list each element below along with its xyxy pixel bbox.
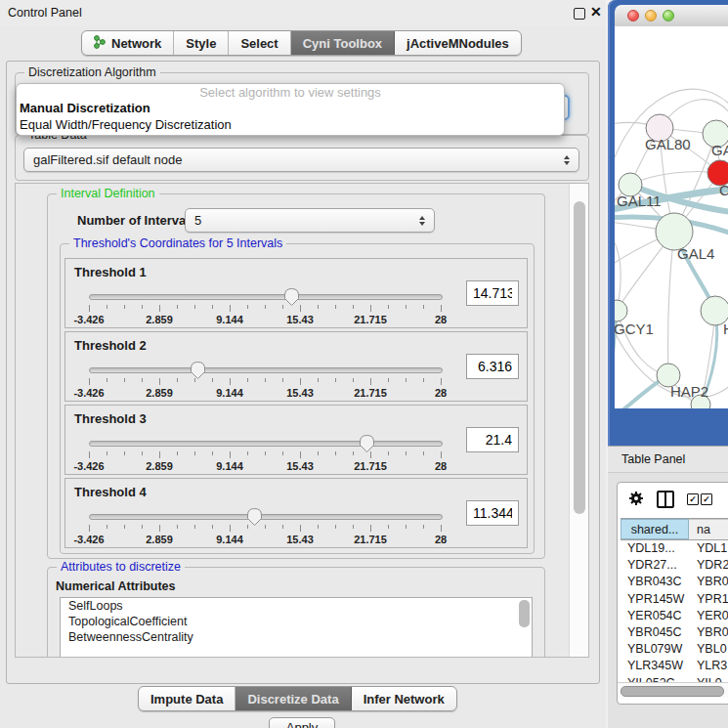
threshold-slider[interactable]: -3.4262.8599.14415.4321.71528: [89, 506, 441, 547]
node-label-h: H: [723, 321, 728, 337]
slider-ticks: [89, 525, 441, 533]
threshold-slider[interactable]: -3.4262.8599.14415.4321.71528: [89, 286, 441, 327]
threshold-panel-3: Threshold 3-3.4262.8599.14415.4321.71528: [64, 405, 528, 475]
settings-scrollbar-track: [569, 184, 588, 657]
numerical-attributes-heading: Numerical Attributes: [56, 579, 175, 593]
tab-impute-data-label: Impute Data: [150, 692, 223, 707]
threshold-panel-4: Threshold 4-3.4262.8599.14415.4321.71528: [64, 478, 528, 548]
close-traffic-light[interactable]: [627, 10, 639, 21]
cyni-bottom-tabs: Impute Data Discretize Data Infer Networ…: [138, 686, 457, 711]
node-gcy1[interactable]: [615, 300, 627, 321]
table-row[interactable]: YBL079WYBL0: [621, 641, 728, 658]
number-of-intervals-label: Number of Intervals: [77, 213, 196, 228]
cell-shared-name: YLR345W: [621, 658, 689, 674]
attributes-list-scrollbar[interactable]: [519, 600, 530, 627]
columns-icon[interactable]: [657, 491, 674, 508]
threshold-panel-2: Threshold 2-3.4262.8599.14415.4321.71528: [64, 331, 528, 402]
tab-discretize-data[interactable]: Discretize Data: [236, 687, 351, 710]
table-data-combobox[interactable]: galFiltered.sif default node: [23, 148, 579, 172]
threshold-label: Threshold 2: [74, 338, 147, 353]
number-of-intervals-combobox[interactable]: 5: [185, 208, 435, 233]
apply-button[interactable]: Apply: [269, 717, 335, 728]
horizontal-scrollbar-thumb[interactable]: [621, 686, 724, 697]
node-label-c: C: [719, 182, 728, 198]
tab-select-label: Select: [240, 36, 278, 51]
vertical-scrollbar-thumb[interactable]: [574, 201, 585, 514]
slider-thumb[interactable]: [190, 361, 206, 380]
table-rows: YDL19...YDL1YDR27...YDR2YBR043CYBR0YPR14…: [621, 540, 728, 692]
slider-track[interactable]: [89, 514, 443, 520]
table-row[interactable]: YLR345WYLR3: [621, 658, 728, 674]
attribute-items: SelfLoopsTopologicalCoefficientBetweenne…: [61, 598, 532, 645]
attribute-list-item[interactable]: TopologicalCoefficient: [61, 614, 532, 629]
table-row[interactable]: YPR145WYPR1: [621, 591, 728, 608]
threshold-label: Threshold 4: [74, 485, 147, 499]
table-row[interactable]: YER054CYER0: [621, 608, 728, 624]
cell-name: YDL1: [689, 540, 728, 557]
tab-infer-network-label: Infer Network: [364, 692, 445, 707]
table-row[interactable]: YBR043CYBR0: [621, 574, 728, 590]
slider-tick-labels: -3.4262.8599.14415.4321.71528: [89, 314, 441, 325]
table-row[interactable]: YBR045CYBR0: [621, 624, 728, 641]
threshold-value-field[interactable]: [466, 280, 519, 306]
threshold-value-field[interactable]: [466, 354, 519, 379]
tab-select[interactable]: Select: [229, 31, 290, 55]
control-panel-tabs: Network Style Select Cyni Toolbox jActiv…: [81, 30, 522, 56]
slider-thumb[interactable]: [283, 287, 300, 307]
table-panel-body: ✓ ✓ shared... na YDL19...YDL1YDR27...YDR…: [617, 482, 728, 705]
threshold-value-field[interactable]: [466, 427, 519, 452]
threshold-slider[interactable]: -3.4262.8599.14415.4321.71528: [89, 433, 441, 474]
tab-discretize-data-label: Discretize Data: [247, 692, 338, 707]
checkbox-icon-2[interactable]: ✓: [701, 493, 712, 505]
node-label-ga: GA: [711, 142, 728, 158]
control-panel-title: Control Panel: [8, 6, 82, 20]
slider-track[interactable]: [89, 367, 443, 373]
slider-track[interactable]: [89, 441, 443, 447]
threshold-value-field[interactable]: [466, 500, 519, 526]
cell-shared-name: YBR043C: [621, 574, 689, 590]
node-label-gal4: GAL4: [677, 245, 714, 262]
close-icon[interactable]: ✕: [590, 4, 602, 20]
minimize-traffic-light[interactable]: [645, 10, 657, 21]
tab-network[interactable]: Network: [82, 31, 174, 55]
table-row[interactable]: YDL19...YDL1: [621, 540, 728, 557]
dropdown-option-manual-discretization[interactable]: Manual Discretization: [17, 100, 564, 116]
cell-shared-name: YDR27...: [621, 557, 689, 574]
cell-name: YBR0: [689, 624, 728, 641]
tab-style[interactable]: Style: [174, 31, 229, 55]
attribute-list-item[interactable]: BetweennessCentrality: [61, 629, 532, 645]
network-window-titlebar[interactable]: [615, 5, 728, 27]
gear-icon[interactable]: [628, 491, 644, 510]
cell-name: YBL0: [689, 641, 728, 658]
node-label-gcy1: GCY1: [615, 321, 654, 337]
tab-jactivemnodules[interactable]: jActiveMNodules: [395, 31, 521, 55]
column-header-name[interactable]: na: [689, 519, 728, 539]
dropdown-option-equal-width-frequency[interactable]: Equal Width/Frequency Discretization: [17, 116, 564, 133]
attribute-list-item[interactable]: SelfLoops: [61, 598, 532, 614]
tab-impute-data[interactable]: Impute Data: [139, 687, 236, 710]
table-panel: Table Panel ✓: [608, 446, 728, 728]
float-window-icon[interactable]: [574, 8, 585, 20]
tab-infer-network[interactable]: Infer Network: [352, 687, 456, 710]
attributes-group: Attributes to discretize Numerical Attri…: [47, 567, 545, 658]
node-table: shared... na YDL19...YDL1YDR27...YDR2YBR…: [621, 518, 728, 692]
thresholds-group: Threshold's Coordinates for 5 Intervals …: [60, 243, 535, 554]
slider-thumb[interactable]: [359, 434, 375, 453]
zoom-traffic-light[interactable]: [663, 10, 674, 21]
network-canvas[interactable]: GAL80 GA C GAL11 GAL4 GCY1 H HAP2: [615, 26, 728, 408]
slider-thumb[interactable]: [246, 507, 263, 527]
tab-cyni-toolbox[interactable]: Cyni Toolbox: [291, 31, 395, 55]
table-row[interactable]: YDR27...YDR2: [621, 557, 728, 574]
checkbox-icon-1[interactable]: ✓: [687, 493, 699, 505]
slider-ticks: [89, 451, 441, 459]
slider-track[interactable]: [89, 294, 443, 300]
control-panel-titlebar: Control Panel ✕: [0, 0, 606, 26]
slider-tick-labels: -3.4262.8599.14415.4321.71528: [89, 387, 441, 399]
column-header-shared-name[interactable]: shared...: [621, 519, 689, 539]
threshold-slider[interactable]: -3.4262.8599.14415.4321.71528: [89, 360, 441, 401]
table-toolbar: ✓ ✓: [618, 483, 728, 514]
cell-name: YLR3: [689, 658, 728, 674]
interval-definition-group: Interval Definition Number of Intervals …: [47, 193, 545, 559]
cell-name: YPR1: [689, 591, 728, 608]
threshold-label: Threshold 1: [74, 265, 147, 279]
